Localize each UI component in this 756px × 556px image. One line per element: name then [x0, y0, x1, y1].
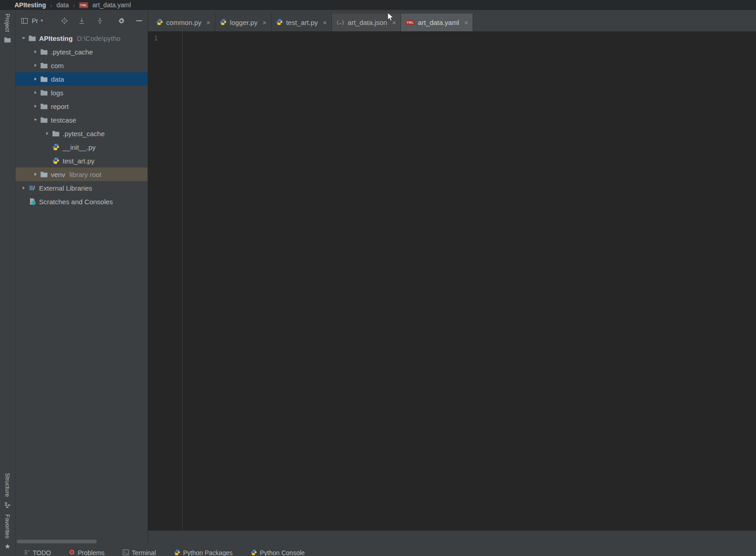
folder-icon [40, 49, 48, 55]
chevron-down-icon[interactable] [33, 118, 38, 122]
folder-icon [40, 63, 48, 69]
tab-art-data-json[interactable]: {…} art_data.json × [332, 14, 401, 31]
tree-item-data[interactable]: data [15, 72, 148, 86]
folder-icon [40, 76, 48, 82]
chevron-right-icon[interactable] [33, 77, 38, 81]
close-tab-icon[interactable]: × [392, 19, 396, 26]
gutter-separator [182, 31, 183, 531]
python-console-button[interactable]: Python Console [251, 550, 305, 556]
hide-panel-button[interactable] [136, 20, 142, 21]
left-tool-strip: Project Structure Favorites ★ [0, 10, 15, 556]
tree-item-test-art-py[interactable]: test_art.py [15, 154, 148, 167]
project-view-selector[interactable]: Pr ▼ [32, 17, 44, 25]
structure-icon[interactable] [5, 502, 10, 510]
horizontal-scrollbar[interactable] [17, 540, 97, 543]
problems-icon [69, 549, 75, 556]
folder-icon [28, 35, 36, 41]
tab-art-data-yaml[interactable]: YML art_data.yaml × [401, 14, 473, 31]
tree-item-logs[interactable]: logs [15, 86, 148, 99]
python-packages-icon [174, 549, 180, 556]
tab-label: logger.py [230, 19, 257, 26]
project-panel: Pr ▼ APItesting [15, 10, 148, 544]
tree-item-external-libraries[interactable]: External Libraries [15, 181, 148, 195]
folder-icon [40, 90, 48, 96]
python-file-icon [156, 19, 163, 27]
breadcrumb-project[interactable]: APItesting [15, 1, 46, 9]
breadcrumb: APItesting › data › YML art_data.yaml [0, 0, 756, 10]
expand-all-button[interactable] [78, 17, 85, 25]
python-file-icon [52, 143, 60, 151]
tool-strip-favorites-button[interactable]: Favorites [4, 514, 11, 538]
problems-button[interactable]: Problems [69, 550, 104, 556]
todo-icon [24, 549, 30, 556]
tab-label: art_data.yaml [418, 19, 459, 26]
tree-item-root-apitesting[interactable]: APItesting D:\Code\pytho [15, 31, 148, 45]
tree-item-venv[interactable]: venv library root [15, 167, 148, 181]
python-file-icon [220, 19, 227, 27]
tab-label: test_art.py [286, 19, 318, 26]
yaml-file-icon: YML [405, 20, 415, 25]
bottom-tool-bar: TODO Problems Terminal Python Packages P… [15, 544, 756, 556]
terminal-button[interactable]: Terminal [123, 550, 156, 556]
chevron-right-icon[interactable] [33, 104, 38, 108]
chevron-right-icon[interactable] [33, 63, 38, 68]
tool-strip-structure-button[interactable]: Structure [4, 473, 11, 497]
project-view-pane-icon[interactable] [21, 17, 28, 25]
locate-file-button[interactable] [61, 17, 68, 25]
collapse-all-button[interactable] [96, 17, 104, 25]
chevron-down-icon[interactable] [21, 36, 26, 40]
close-tab-icon[interactable]: × [323, 19, 327, 26]
chevron-right-icon[interactable] [33, 49, 38, 54]
tool-strip-project-button[interactable]: Project [4, 14, 11, 32]
tree-item-testcase-pytest-cache[interactable]: .pytest_cache [15, 127, 148, 140]
close-tab-icon[interactable]: × [207, 19, 211, 26]
tree-item-report[interactable]: report [15, 99, 148, 113]
editor[interactable]: 1 [148, 31, 756, 531]
folder-icon [40, 103, 48, 109]
python-packages-button[interactable]: Python Packages [174, 550, 232, 556]
project-tool-window-icon[interactable] [4, 36, 11, 44]
python-file-icon [276, 19, 283, 27]
scratches-icon [28, 198, 36, 205]
pycharm-window: APItesting › data › YML art_data.yaml Pr… [0, 0, 756, 556]
tab-test-art-py[interactable]: test_art.py × [272, 14, 332, 31]
editor-zone: common.py × logger.py × test_art.py × {…… [148, 10, 756, 556]
close-tab-icon[interactable]: × [262, 19, 267, 26]
tree-item-pytest-cache[interactable]: .pytest_cache [15, 45, 148, 59]
close-tab-icon[interactable]: × [464, 19, 468, 26]
chevron-down-icon: ▼ [40, 19, 44, 23]
project-path: D:\Code\pytho [77, 34, 120, 42]
tab-common-py[interactable]: common.py × [152, 14, 215, 31]
yaml-file-icon: YML [79, 2, 88, 8]
breadcrumb-file[interactable]: art_data.yaml [92, 1, 131, 9]
tree-item-scratches-and-consoles[interactable]: Scratches and Consoles [15, 195, 148, 208]
folder-icon [40, 172, 48, 177]
breadcrumb-folder[interactable]: data [56, 1, 69, 9]
library-root-badge: library root [69, 171, 102, 178]
folder-icon [52, 131, 60, 137]
chevron-right-icon[interactable] [33, 90, 38, 95]
tree-item-init-py[interactable]: __init__.py [15, 140, 148, 154]
terminal-icon [123, 549, 129, 556]
chevron-right-icon[interactable] [21, 186, 26, 190]
python-console-icon [251, 549, 257, 556]
chevron-right-icon[interactable] [33, 172, 38, 177]
line-number: 1 [154, 34, 158, 42]
folder-icon [40, 117, 48, 123]
favorites-star-icon[interactable]: ★ [5, 543, 10, 550]
tree-item-com[interactable]: com [15, 59, 148, 72]
chevron-right-icon[interactable] [44, 131, 50, 136]
tab-label: art_data.json [348, 19, 387, 26]
breadcrumb-separator-icon: › [50, 1, 52, 9]
project-tree: APItesting D:\Code\pytho .pytest_cache c… [15, 31, 148, 538]
editor-tab-bar: common.py × logger.py × test_art.py × {…… [148, 10, 756, 31]
settings-gear-icon[interactable] [118, 17, 125, 24]
json-file-icon: {…} [336, 20, 345, 25]
tree-item-testcase[interactable]: testcase [15, 113, 148, 127]
todo-button[interactable]: TODO [24, 550, 51, 556]
tab-logger-py[interactable]: logger.py × [215, 14, 272, 31]
tab-label: common.py [166, 19, 202, 26]
project-panel-toolbar: Pr ▼ [15, 10, 148, 31]
external-libraries-icon [28, 184, 36, 192]
python-file-icon [52, 157, 60, 164]
